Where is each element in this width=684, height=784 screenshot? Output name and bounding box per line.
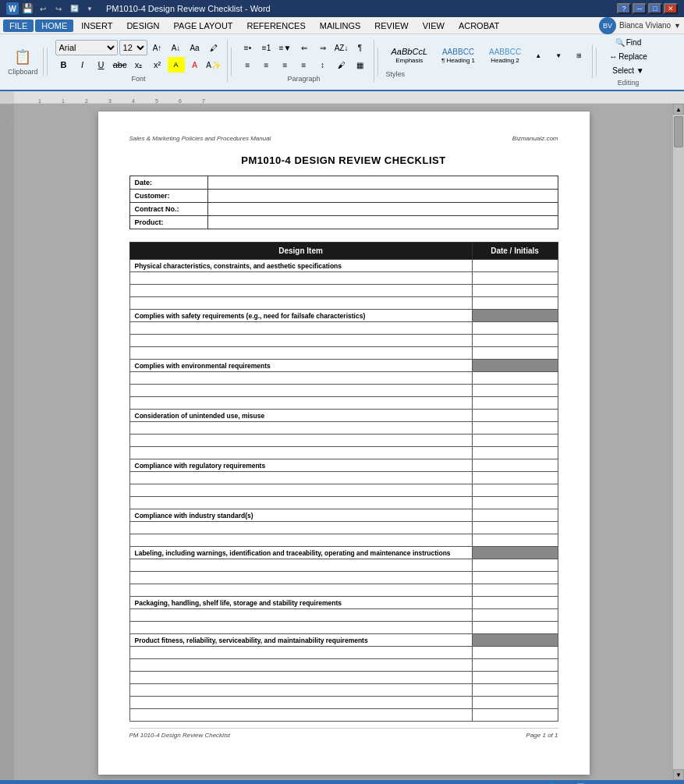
decrease-indent-button[interactable]: ⇐ [296, 40, 313, 55]
date-initials-cell[interactable] [472, 497, 558, 509]
superscript-button[interactable]: x² [149, 57, 166, 73]
justify-button[interactable]: ≡ [296, 57, 313, 73]
menu-acrobat[interactable]: ACROBAT [452, 20, 505, 32]
date-initials-cell[interactable] [472, 597, 558, 609]
sort-button[interactable]: AZ↓ [333, 40, 350, 55]
customer-value[interactable] [207, 190, 558, 203]
date-initials-cell[interactable] [472, 684, 558, 697]
date-initials-cell[interactable] [472, 697, 558, 709]
date-initials-cell[interactable] [472, 285, 558, 297]
font-color-button[interactable]: A [186, 57, 204, 73]
increase-indent-button[interactable]: ⇒ [314, 40, 331, 55]
subscript-button[interactable]: x₂ [130, 57, 147, 73]
date-initials-cell[interactable] [472, 559, 558, 572]
styles-scroll-down[interactable]: ▼ [550, 48, 567, 63]
date-initials-cell[interactable] [472, 634, 558, 647]
refresh-button[interactable]: 🔄 [67, 2, 81, 16]
align-left-button[interactable]: ≡ [239, 57, 257, 73]
date-value[interactable] [207, 176, 558, 190]
date-initials-cell[interactable] [472, 347, 558, 360]
date-initials-cell[interactable] [472, 272, 558, 285]
date-initials-cell[interactable] [472, 310, 558, 322]
style-heading1[interactable]: AABBCC ¶ Heading 1 [436, 45, 480, 66]
menu-review[interactable]: REVIEW [368, 20, 414, 32]
contract-value[interactable] [207, 203, 558, 216]
date-initials-cell[interactable] [472, 659, 558, 672]
find-button[interactable]: 🔍 Find [611, 36, 646, 49]
font-size-select[interactable]: 12 [119, 40, 147, 55]
product-value[interactable] [207, 216, 558, 229]
date-initials-cell[interactable] [472, 372, 558, 385]
style-heading2[interactable]: AABBCC Heading 2 [484, 45, 526, 66]
close-button[interactable]: ✕ [664, 3, 678, 14]
scroll-thumb[interactable] [674, 116, 683, 147]
date-initials-cell[interactable] [472, 297, 558, 310]
date-initials-cell[interactable] [472, 410, 558, 422]
menu-view[interactable]: VIEW [416, 20, 451, 32]
redo-button[interactable]: ↪ [51, 2, 66, 16]
bullets-button[interactable]: ≡• [239, 40, 257, 55]
user-dropdown[interactable]: ▼ [674, 22, 681, 30]
clear-format-button[interactable]: 🖍 [205, 40, 222, 55]
styles-scroll-up[interactable]: ▲ [530, 48, 547, 63]
document-area[interactable]: Sales & Marketing Policies and Procedure… [14, 104, 673, 780]
scroll-down[interactable]: ▼ [673, 769, 684, 780]
menu-home[interactable]: HOME [35, 20, 73, 32]
date-initials-cell[interactable] [472, 260, 558, 272]
date-initials-cell[interactable] [472, 360, 558, 372]
date-initials-cell[interactable] [472, 672, 558, 684]
date-initials-cell[interactable] [472, 534, 558, 547]
date-initials-cell[interactable] [472, 509, 558, 522]
date-initials-cell[interactable] [472, 385, 558, 397]
style-emphasis[interactable]: AaBbCcL Emphasis [386, 44, 433, 66]
replace-button[interactable]: ↔ Replace [604, 50, 652, 63]
line-spacing-button[interactable]: ↕ [314, 57, 331, 73]
menu-references[interactable]: REFERENCES [241, 20, 312, 32]
date-initials-cell[interactable] [472, 459, 558, 472]
date-initials-cell[interactable] [472, 335, 558, 347]
styles-expand[interactable]: ⊞ [570, 48, 587, 63]
qat-dropdown[interactable]: ▼ [83, 2, 97, 16]
undo-button[interactable]: ↩ [36, 2, 50, 16]
align-center-button[interactable]: ≡ [258, 57, 275, 73]
date-initials-cell[interactable] [472, 435, 558, 447]
date-initials-cell[interactable] [472, 547, 558, 559]
minimize-button[interactable]: ─ [633, 3, 647, 14]
date-initials-cell[interactable] [472, 609, 558, 622]
strikethrough-button[interactable]: abc [112, 57, 129, 73]
save-button[interactable]: 💾 [20, 2, 34, 16]
italic-button[interactable]: I [74, 57, 91, 73]
bold-button[interactable]: B [55, 57, 73, 73]
menu-design[interactable]: DESIGN [120, 20, 165, 32]
date-initials-cell[interactable] [472, 622, 558, 634]
date-initials-cell[interactable] [472, 484, 558, 497]
align-right-button[interactable]: ≡ [277, 57, 294, 73]
maximize-button[interactable]: □ [648, 3, 662, 14]
menu-mailings[interactable]: MAILINGS [314, 20, 367, 32]
show-hide-button[interactable]: ¶ [352, 40, 369, 55]
date-initials-cell[interactable] [472, 647, 558, 659]
date-initials-cell[interactable] [472, 397, 558, 410]
select-button[interactable]: Select ▼ [608, 64, 648, 77]
date-initials-cell[interactable] [472, 447, 558, 459]
date-initials-cell[interactable] [472, 709, 558, 722]
scrollbar[interactable]: ▲ ▼ [673, 104, 684, 780]
date-initials-cell[interactable] [472, 572, 558, 584]
date-initials-cell[interactable] [472, 584, 558, 597]
menu-page-layout[interactable]: PAGE LAYOUT [168, 20, 239, 32]
grow-font-button[interactable]: A↑ [149, 40, 166, 55]
text-effect-button[interactable]: A✨ [205, 57, 222, 73]
font-name-select[interactable]: Arial [55, 40, 118, 55]
multilevel-list-button[interactable]: ≡▼ [277, 40, 294, 55]
change-case-button[interactable]: Aa [186, 40, 204, 55]
highlight-button[interactable]: A [168, 57, 185, 73]
date-initials-cell[interactable] [472, 322, 558, 335]
scroll-up[interactable]: ▲ [673, 104, 684, 115]
numbering-button[interactable]: ≡1 [258, 40, 275, 55]
menu-file[interactable]: FILE [3, 20, 34, 32]
shading-button[interactable]: 🖌 [333, 57, 350, 73]
border-button[interactable]: ▦ [352, 57, 369, 73]
date-initials-cell[interactable] [472, 422, 558, 435]
paste-button[interactable]: 📋 [10, 48, 35, 66]
shrink-font-button[interactable]: A↓ [168, 40, 185, 55]
